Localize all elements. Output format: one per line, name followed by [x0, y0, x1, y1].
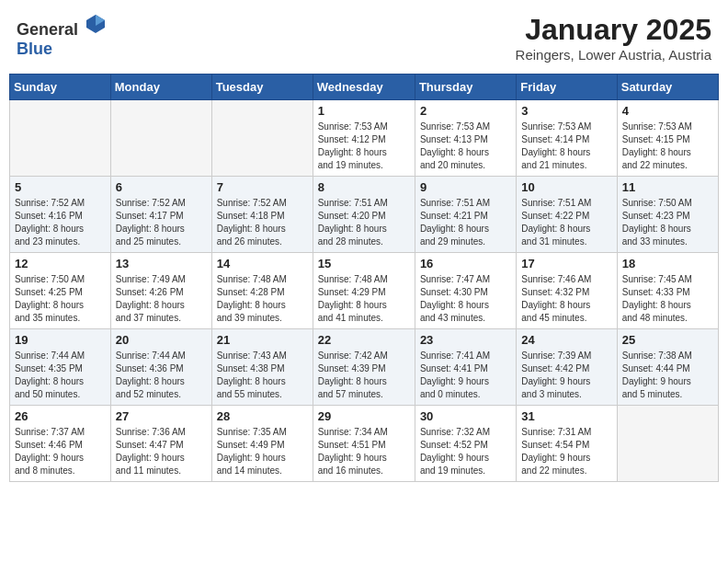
day-info: Sunrise: 7:51 AM Sunset: 4:22 PM Dayligh…: [521, 197, 611, 248]
day-number: 29: [318, 409, 410, 423]
day-number: 6: [116, 180, 207, 194]
day-info: Sunrise: 7:52 AM Sunset: 4:18 PM Dayligh…: [217, 197, 308, 248]
day-info: Sunrise: 7:47 AM Sunset: 4:30 PM Dayligh…: [420, 273, 511, 325]
weekday-header-wednesday: Wednesday: [313, 75, 415, 100]
day-number: 23: [420, 333, 511, 347]
calendar: SundayMondayTuesdayWednesdayThursdayFrid…: [9, 74, 719, 482]
day-number: 15: [318, 257, 410, 270]
day-info: Sunrise: 7:48 AM Sunset: 4:28 PM Dayligh…: [217, 273, 308, 325]
calendar-cell: 10Sunrise: 7:51 AM Sunset: 4:22 PM Dayli…: [517, 177, 617, 253]
calendar-week-2: 5Sunrise: 7:52 AM Sunset: 4:16 PM Daylig…: [10, 177, 719, 253]
calendar-cell: 27Sunrise: 7:36 AM Sunset: 4:47 PM Dayli…: [110, 406, 211, 482]
calendar-cell: 22Sunrise: 7:42 AM Sunset: 4:39 PM Dayli…: [313, 329, 415, 406]
month-title: January 2025: [516, 13, 711, 47]
calendar-header: SundayMondayTuesdayWednesdayThursdayFrid…: [10, 75, 719, 100]
day-info: Sunrise: 7:39 AM Sunset: 4:42 PM Dayligh…: [521, 350, 611, 401]
day-info: Sunrise: 7:32 AM Sunset: 4:52 PM Dayligh…: [420, 426, 511, 477]
day-info: Sunrise: 7:43 AM Sunset: 4:38 PM Dayligh…: [217, 350, 308, 401]
calendar-cell: 31Sunrise: 7:31 AM Sunset: 4:54 PM Dayli…: [517, 406, 617, 482]
day-number: 12: [15, 257, 106, 270]
day-number: 28: [217, 409, 308, 423]
calendar-cell: [211, 100, 313, 177]
day-info: Sunrise: 7:44 AM Sunset: 4:36 PM Dayligh…: [116, 350, 207, 401]
calendar-cell: 21Sunrise: 7:43 AM Sunset: 4:38 PM Dayli…: [211, 329, 313, 406]
day-number: 20: [116, 333, 207, 347]
weekday-row: SundayMondayTuesdayWednesdayThursdayFrid…: [10, 75, 719, 100]
calendar-cell: 1Sunrise: 7:53 AM Sunset: 4:12 PM Daylig…: [313, 100, 415, 177]
weekday-header-tuesday: Tuesday: [211, 75, 313, 100]
calendar-cell: 11Sunrise: 7:50 AM Sunset: 4:23 PM Dayli…: [617, 177, 718, 253]
day-number: 9: [420, 180, 511, 194]
day-number: 24: [521, 333, 611, 347]
day-info: Sunrise: 7:50 AM Sunset: 4:25 PM Dayligh…: [15, 273, 106, 325]
title-section: January 2025 Reingers, Lower Austria, Au…: [516, 13, 711, 63]
calendar-cell: 17Sunrise: 7:46 AM Sunset: 4:32 PM Dayli…: [517, 253, 617, 329]
calendar-cell: [110, 100, 211, 177]
calendar-cell: 2Sunrise: 7:53 AM Sunset: 4:13 PM Daylig…: [415, 100, 516, 177]
day-number: 4: [622, 104, 713, 118]
calendar-cell: 7Sunrise: 7:52 AM Sunset: 4:18 PM Daylig…: [211, 177, 313, 253]
day-number: 30: [420, 409, 511, 423]
day-number: 18: [622, 257, 713, 270]
day-number: 14: [217, 257, 308, 270]
weekday-header-sunday: Sunday: [10, 75, 111, 100]
day-info: Sunrise: 7:53 AM Sunset: 4:12 PM Dayligh…: [318, 121, 410, 172]
weekday-header-monday: Monday: [110, 75, 211, 100]
calendar-cell: 15Sunrise: 7:48 AM Sunset: 4:29 PM Dayli…: [313, 253, 415, 329]
calendar-cell: 25Sunrise: 7:38 AM Sunset: 4:44 PM Dayli…: [617, 329, 718, 406]
logo-text: General Blue: [17, 13, 107, 59]
day-number: 7: [217, 180, 308, 194]
day-number: 10: [521, 180, 611, 194]
weekday-header-thursday: Thursday: [415, 75, 516, 100]
day-number: 17: [521, 257, 611, 270]
day-number: 25: [622, 333, 713, 347]
calendar-cell: [10, 100, 111, 177]
day-info: Sunrise: 7:48 AM Sunset: 4:29 PM Dayligh…: [318, 273, 410, 325]
day-info: Sunrise: 7:52 AM Sunset: 4:16 PM Dayligh…: [15, 197, 106, 248]
calendar-cell: 3Sunrise: 7:53 AM Sunset: 4:14 PM Daylig…: [517, 100, 617, 177]
calendar-cell: 9Sunrise: 7:51 AM Sunset: 4:21 PM Daylig…: [415, 177, 516, 253]
day-info: Sunrise: 7:45 AM Sunset: 4:33 PM Dayligh…: [622, 273, 713, 325]
calendar-cell: 5Sunrise: 7:52 AM Sunset: 4:16 PM Daylig…: [10, 177, 111, 253]
day-number: 11: [622, 180, 713, 194]
logo-blue: Blue: [17, 40, 52, 58]
calendar-week-4: 19Sunrise: 7:44 AM Sunset: 4:35 PM Dayli…: [10, 329, 719, 406]
day-info: Sunrise: 7:37 AM Sunset: 4:46 PM Dayligh…: [15, 426, 106, 477]
calendar-cell: 18Sunrise: 7:45 AM Sunset: 4:33 PM Dayli…: [617, 253, 718, 329]
calendar-cell: 4Sunrise: 7:53 AM Sunset: 4:15 PM Daylig…: [617, 100, 718, 177]
day-number: 31: [521, 409, 611, 423]
logo-general: General: [17, 20, 78, 39]
calendar-week-5: 26Sunrise: 7:37 AM Sunset: 4:46 PM Dayli…: [10, 406, 719, 482]
calendar-cell: 30Sunrise: 7:32 AM Sunset: 4:52 PM Dayli…: [415, 406, 516, 482]
calendar-cell: 29Sunrise: 7:34 AM Sunset: 4:51 PM Dayli…: [313, 406, 415, 482]
calendar-cell: 12Sunrise: 7:50 AM Sunset: 4:25 PM Dayli…: [10, 253, 111, 329]
calendar-cell: 23Sunrise: 7:41 AM Sunset: 4:41 PM Dayli…: [415, 329, 516, 406]
day-info: Sunrise: 7:31 AM Sunset: 4:54 PM Dayligh…: [521, 426, 611, 477]
calendar-cell: 20Sunrise: 7:44 AM Sunset: 4:36 PM Dayli…: [110, 329, 211, 406]
calendar-cell: 26Sunrise: 7:37 AM Sunset: 4:46 PM Dayli…: [10, 406, 111, 482]
logo-icon: [85, 13, 107, 35]
day-info: Sunrise: 7:53 AM Sunset: 4:15 PM Dayligh…: [622, 121, 713, 172]
calendar-cell: 14Sunrise: 7:48 AM Sunset: 4:28 PM Dayli…: [211, 253, 313, 329]
day-info: Sunrise: 7:53 AM Sunset: 4:13 PM Dayligh…: [420, 121, 511, 172]
day-number: 26: [15, 409, 106, 423]
day-info: Sunrise: 7:44 AM Sunset: 4:35 PM Dayligh…: [15, 350, 106, 401]
day-info: Sunrise: 7:51 AM Sunset: 4:21 PM Dayligh…: [420, 197, 511, 248]
day-number: 16: [420, 257, 511, 270]
day-info: Sunrise: 7:38 AM Sunset: 4:44 PM Dayligh…: [622, 350, 713, 401]
day-number: 1: [318, 104, 410, 118]
calendar-body: 1Sunrise: 7:53 AM Sunset: 4:12 PM Daylig…: [10, 100, 719, 482]
logo: General Blue: [17, 13, 107, 59]
day-info: Sunrise: 7:35 AM Sunset: 4:49 PM Dayligh…: [217, 426, 308, 477]
day-number: 13: [116, 257, 207, 270]
calendar-cell: 19Sunrise: 7:44 AM Sunset: 4:35 PM Dayli…: [10, 329, 111, 406]
day-number: 19: [15, 333, 106, 347]
day-number: 3: [521, 104, 611, 118]
location-title: Reingers, Lower Austria, Austria: [516, 47, 711, 63]
day-number: 22: [318, 333, 410, 347]
day-info: Sunrise: 7:49 AM Sunset: 4:26 PM Dayligh…: [116, 273, 207, 325]
calendar-cell: 8Sunrise: 7:51 AM Sunset: 4:20 PM Daylig…: [313, 177, 415, 253]
page-header: General Blue January 2025 Reingers, Lowe…: [9, 9, 719, 66]
day-info: Sunrise: 7:52 AM Sunset: 4:17 PM Dayligh…: [116, 197, 207, 248]
day-info: Sunrise: 7:42 AM Sunset: 4:39 PM Dayligh…: [318, 350, 410, 401]
